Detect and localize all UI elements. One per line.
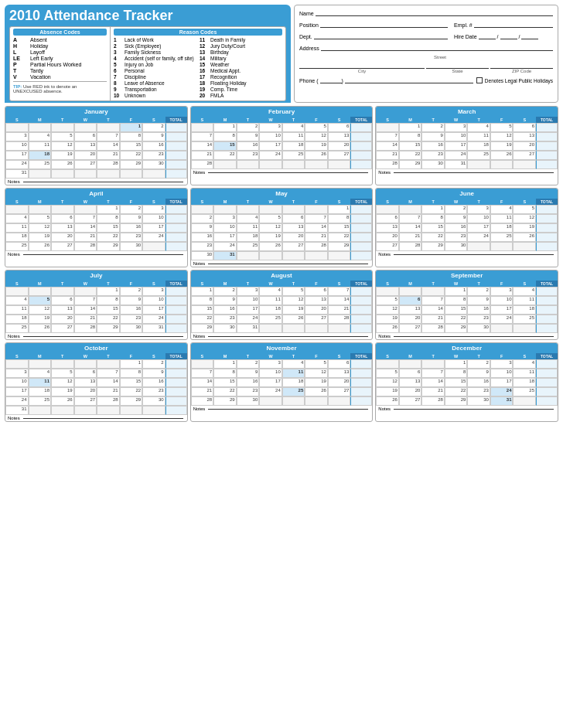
cal-cell[interactable] (305, 324, 328, 333)
cal-cell[interactable]: 7 (191, 369, 214, 378)
cal-cell[interactable]: 5 (29, 214, 52, 223)
cal-cell[interactable]: 3 (490, 359, 514, 369)
cal-cell[interactable]: 7 (191, 132, 214, 141)
cal-cell[interactable]: 3 (259, 359, 282, 369)
total-cell-week-2[interactable] (350, 378, 372, 387)
cal-cell[interactable]: 21 (74, 315, 97, 324)
cal-cell[interactable]: 20 (305, 305, 328, 315)
cal-cell[interactable] (513, 242, 536, 251)
cal-cell[interactable]: 23 (445, 233, 468, 242)
cal-cell[interactable]: 23 (142, 387, 165, 396)
cal-cell[interactable]: 8 (213, 369, 237, 378)
cal-cell[interactable]: 1 (421, 205, 445, 214)
cal-cell[interactable]: 8 (191, 296, 214, 305)
cal-cell[interactable] (191, 123, 214, 132)
cal-cell[interactable]: 23 (421, 151, 445, 160)
cal-cell[interactable]: 23 (467, 315, 490, 324)
cal-cell[interactable]: 31 (5, 169, 29, 179)
cal-cell[interactable]: 26 (29, 324, 52, 333)
cal-cell[interactable] (467, 242, 490, 251)
cal-cell[interactable] (29, 205, 52, 214)
cal-cell[interactable]: 24 (213, 242, 237, 251)
cal-cell[interactable]: 25 (5, 324, 29, 333)
cal-cell[interactable] (74, 205, 97, 214)
cal-cell[interactable]: 15 (120, 141, 143, 151)
cal-cell[interactable]: 26 (51, 396, 74, 406)
cal-cell[interactable]: 17 (5, 387, 29, 396)
cal-cell[interactable]: 4 (5, 214, 29, 223)
total-cell-week-3[interactable] (165, 315, 187, 324)
cal-cell[interactable]: 12 (376, 378, 399, 387)
cal-cell[interactable]: 6 (282, 214, 305, 223)
cal-cell[interactable] (305, 396, 328, 406)
cal-cell[interactable]: 4 (282, 359, 305, 369)
cal-cell[interactable]: 6 (74, 132, 97, 141)
cal-cell[interactable]: 19 (513, 223, 536, 233)
cal-cell[interactable] (237, 205, 260, 214)
cal-cell[interactable] (513, 396, 536, 406)
cal-cell[interactable] (97, 123, 120, 132)
cal-cell[interactable]: 1 (213, 123, 237, 132)
cal-cell[interactable]: 9 (142, 369, 165, 378)
cal-cell[interactable]: 4 (29, 132, 52, 141)
cal-cell[interactable]: 27 (513, 151, 536, 160)
cal-cell[interactable]: 26 (305, 151, 328, 160)
cal-cell[interactable]: 6 (328, 359, 351, 369)
total-cell-week-4[interactable] (350, 160, 372, 169)
cal-cell[interactable]: 21 (74, 233, 97, 242)
cal-cell[interactable]: 21 (97, 387, 120, 396)
cal-cell[interactable]: 4 (259, 287, 282, 296)
cal-cell[interactable]: 20 (282, 233, 305, 242)
cal-cell[interactable]: 22 (213, 387, 237, 396)
cal-cell[interactable]: 27 (51, 324, 74, 333)
cal-cell[interactable] (282, 160, 305, 169)
cal-cell[interactable]: 4 (490, 205, 514, 214)
cal-cell[interactable]: 3 (259, 123, 282, 132)
cal-cell[interactable]: 14 (376, 141, 399, 151)
cal-cell[interactable] (97, 169, 120, 179)
cal-cell[interactable]: 10 (490, 296, 514, 305)
cal-cell[interactable] (120, 169, 143, 179)
total-cell-week-4[interactable] (536, 242, 558, 251)
cal-cell[interactable]: 20 (328, 378, 351, 387)
cal-cell[interactable]: 20 (399, 387, 422, 396)
cal-cell[interactable]: 20 (51, 315, 74, 324)
cal-cell[interactable]: 20 (74, 151, 97, 160)
cal-cell[interactable] (237, 251, 260, 260)
cal-cell[interactable]: 2 (467, 359, 490, 369)
cal-cell[interactable]: 28 (305, 242, 328, 251)
cal-cell[interactable]: 15 (97, 223, 120, 233)
cal-cell[interactable]: 13 (282, 223, 305, 233)
cal-cell[interactable] (513, 324, 536, 333)
cal-cell[interactable]: 5 (305, 123, 328, 132)
cal-cell[interactable]: 14 (421, 378, 445, 387)
cal-cell[interactable]: 29 (120, 160, 143, 169)
total-cell-week-2[interactable] (536, 223, 558, 233)
cal-cell[interactable] (282, 396, 305, 406)
cal-cell[interactable]: 19 (305, 141, 328, 151)
cal-cell[interactable]: 26 (282, 315, 305, 324)
cal-cell[interactable]: 16 (237, 141, 260, 151)
cal-cell[interactable]: 18 (513, 305, 536, 315)
cal-cell[interactable]: 23 (120, 233, 143, 242)
cal-cell[interactable]: 15 (328, 223, 351, 233)
cal-cell[interactable]: 12 (513, 214, 536, 223)
cal-cell[interactable] (490, 324, 514, 333)
cal-cell[interactable] (191, 359, 214, 369)
cal-cell[interactable] (5, 287, 29, 296)
phone-num[interactable] (345, 76, 473, 83)
cal-cell[interactable]: 19 (259, 233, 282, 242)
cal-cell[interactable]: 3 (142, 205, 165, 214)
cal-cell[interactable] (74, 287, 97, 296)
name-line[interactable] (316, 9, 553, 16)
cal-cell[interactable] (5, 123, 29, 132)
cal-cell[interactable]: 7 (305, 214, 328, 223)
cal-cell[interactable]: 10 (5, 378, 29, 387)
cal-cell[interactable]: 19 (282, 305, 305, 315)
cal-cell[interactable]: 15 (191, 305, 214, 315)
cal-cell[interactable]: 10 (237, 296, 260, 305)
cal-cell[interactable]: 22 (445, 315, 468, 324)
cal-cell[interactable]: 6 (51, 214, 74, 223)
cal-cell[interactable]: 24 (5, 396, 29, 406)
cal-cell[interactable] (282, 205, 305, 214)
